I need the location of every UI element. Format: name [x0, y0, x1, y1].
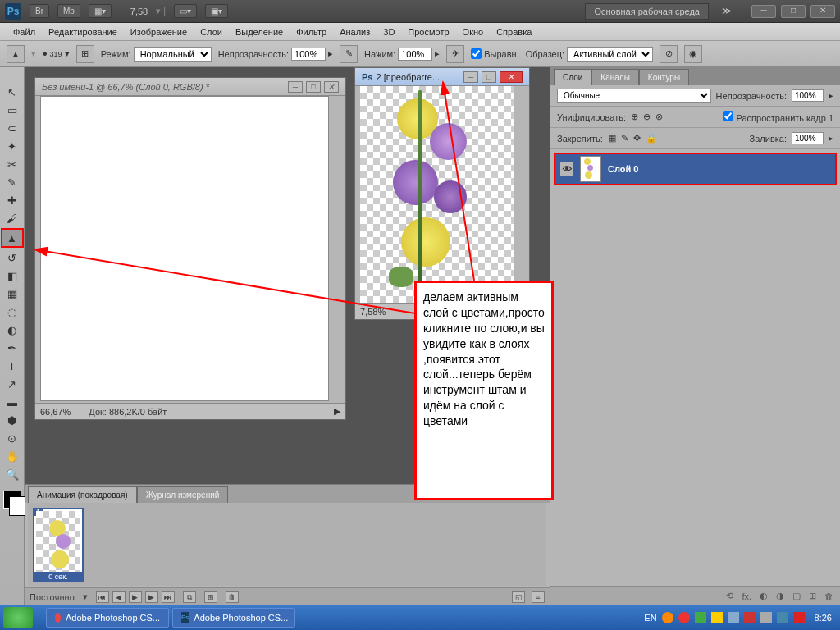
doc1-maximize-icon[interactable]: □ — [306, 81, 321, 93]
healing-tool[interactable]: ✚ — [2, 192, 22, 208]
menu-window[interactable]: Окно — [456, 25, 491, 39]
doc1-zoom[interactable]: 66,67% — [40, 407, 71, 417]
tray-icon[interactable] — [744, 612, 756, 623]
timeline-mode-icon[interactable]: ◱ — [512, 591, 525, 603]
tab-paths[interactable]: Контуры — [639, 69, 689, 85]
hand-tool[interactable]: ✋ — [2, 448, 22, 464]
airbrush-icon[interactable]: ✈ — [446, 45, 464, 63]
last-frame-button[interactable]: ⏭ — [162, 591, 175, 603]
menu-image[interactable]: Изображение — [124, 25, 194, 39]
fill-input[interactable] — [792, 132, 824, 144]
zoom-value[interactable]: 7,58 — [130, 7, 148, 16]
tray-icon[interactable] — [760, 612, 772, 623]
marquee-tool[interactable]: ▭ — [2, 102, 22, 118]
menu-3d[interactable]: 3D — [377, 25, 401, 39]
menu-file[interactable]: Файл — [7, 25, 42, 39]
shape-tool[interactable]: ▬ — [2, 394, 22, 410]
prev-frame-button[interactable]: ◀ — [112, 591, 126, 603]
history-brush-tool[interactable]: ↺ — [2, 249, 22, 266]
layer-fx-icon[interactable]: fx. — [742, 591, 751, 601]
unify-style-icon[interactable]: ⊗ — [655, 112, 663, 122]
doc2-canvas[interactable] — [360, 86, 514, 303]
lasso-tool[interactable]: ⊂ — [2, 120, 22, 136]
menu-view[interactable]: Просмотр — [401, 25, 455, 39]
delete-frame-button[interactable]: 🗑 — [226, 591, 239, 603]
tween-button[interactable]: ⧉ — [183, 591, 196, 603]
aligned-checkbox[interactable] — [471, 48, 482, 59]
menu-filter[interactable]: Фильтр — [290, 25, 333, 39]
tray-icon[interactable] — [662, 612, 673, 623]
tab-layers[interactable]: Слои — [554, 69, 591, 85]
crop-tool[interactable]: ✂ — [2, 156, 22, 172]
lock-position-icon[interactable]: ✥ — [633, 133, 641, 144]
layer-thumbnail[interactable] — [580, 156, 601, 182]
arrange-icon[interactable]: ▦▾ — [89, 4, 112, 18]
move-tool[interactable]: ↖ — [2, 84, 22, 100]
tray-icon[interactable] — [678, 612, 690, 623]
doc2-close-icon[interactable]: ✕ — [500, 71, 523, 83]
flow-input[interactable] — [398, 48, 432, 61]
pressure-opacity-icon[interactable]: ✎ — [340, 45, 358, 63]
first-frame-button[interactable]: ⏮ — [96, 591, 109, 603]
loop-select[interactable]: Постоянно — [30, 592, 75, 602]
opacity-input[interactable] — [291, 48, 326, 61]
next-frame-button[interactable]: ▶ — [145, 591, 158, 603]
workspace-switcher[interactable]: Основная рабочая среда — [585, 3, 709, 20]
document-1-window[interactable]: Без имени-1 @ 66,7% (Слой 0, RGB/8) * ─ … — [34, 77, 346, 420]
menu-select[interactable]: Выделение — [229, 25, 290, 39]
lang-indicator[interactable]: EN — [644, 613, 656, 623]
doc1-canvas[interactable] — [40, 96, 329, 401]
doc2-titlebar[interactable]: Ps 2 [преобрarre... ─ □ ✕ — [355, 68, 529, 86]
lock-pixels-icon[interactable]: ✎ — [621, 133, 628, 144]
doc1-titlebar[interactable]: Без имени-1 @ 66,7% (Слой 0, RGB/8) * ─ … — [35, 78, 345, 96]
3d-tool[interactable]: ⬢ — [2, 412, 22, 428]
new-layer-icon[interactable]: ⊞ — [809, 591, 816, 601]
zoom-tool[interactable]: 🔍 — [2, 466, 22, 482]
layer-visibility-icon[interactable]: 👁 — [560, 162, 573, 176]
pen-tool[interactable]: ✒ — [2, 340, 22, 356]
ignore-adj-icon[interactable]: ⊘ — [660, 45, 678, 63]
delete-layer-icon[interactable]: 🗑 — [824, 591, 833, 601]
adjustment-layer-icon[interactable]: ◑ — [776, 591, 784, 601]
layer-mask-icon[interactable]: ◐ — [760, 591, 768, 601]
tray-volume-icon[interactable] — [728, 612, 739, 623]
gradient-tool[interactable]: ▦ — [2, 285, 22, 302]
sample-select[interactable]: Активный слой — [567, 47, 653, 62]
doc2-zoom[interactable]: 7,58% — [360, 307, 386, 317]
window-close-icon[interactable]: ✕ — [810, 5, 835, 18]
wand-tool[interactable]: ✦ — [2, 138, 22, 154]
unify-position-icon[interactable]: ⊕ — [631, 112, 638, 122]
menu-edit[interactable]: Редактирование — [42, 25, 124, 39]
brush-tool[interactable]: 🖌 — [2, 210, 22, 226]
taskbar-app-2[interactable]: PsAdobe Photoshop CS... — [172, 608, 295, 628]
unify-visibility-icon[interactable]: ⊖ — [643, 112, 651, 122]
3d-camera-tool[interactable]: ⊙ — [2, 430, 22, 446]
doc1-info-menu-icon[interactable]: ▶ — [334, 406, 340, 417]
propagate-checkbox[interactable] — [723, 111, 733, 121]
blur-tool[interactable]: ◌ — [2, 304, 22, 320]
brush-size[interactable]: 319 — [50, 50, 62, 58]
layer-row-0[interactable]: 👁 Слой 0 — [554, 153, 837, 185]
color-swatches[interactable] — [3, 491, 21, 509]
mb-icon[interactable]: Mb — [57, 4, 80, 18]
menu-analysis[interactable]: Анализ — [333, 25, 377, 39]
menu-layers[interactable]: Слои — [194, 25, 229, 39]
layer-opacity-input[interactable] — [792, 89, 824, 102]
panel-menu-icon[interactable]: ≡ — [532, 591, 545, 603]
tray-network-icon[interactable] — [777, 612, 788, 623]
clone-stamp-tool[interactable]: ▲ — [1, 228, 24, 248]
tray-icon[interactable] — [711, 612, 723, 623]
tray-icon[interactable] — [793, 612, 805, 623]
eyedropper-tool[interactable]: ✎ — [2, 174, 22, 190]
path-tool[interactable]: ↗ — [2, 376, 22, 392]
play-button[interactable]: ▶ — [129, 591, 142, 603]
pressure-size-icon[interactable]: ◉ — [684, 45, 702, 63]
menu-help[interactable]: Справка — [490, 25, 538, 39]
type-tool[interactable]: T — [2, 358, 22, 374]
eraser-tool[interactable]: ◧ — [2, 267, 22, 284]
tab-measurement-log[interactable]: Журнал измерений — [137, 486, 229, 503]
blend-mode-select[interactable]: Нормальный — [134, 47, 212, 62]
doc2-minimize-icon[interactable]: ─ — [463, 71, 478, 83]
dodge-tool[interactable]: ◐ — [2, 322, 22, 338]
link-layers-icon[interactable]: ⟲ — [726, 591, 733, 601]
